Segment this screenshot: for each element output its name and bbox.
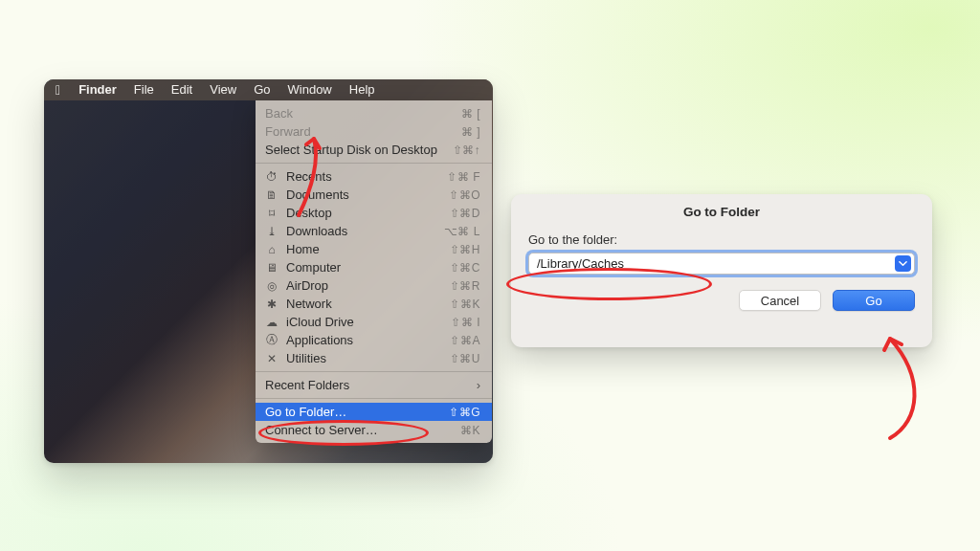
apple-menu-icon[interactable]:  — [56, 82, 60, 98]
macos-menubar:  Finder File Edit View Go Window Help — [44, 79, 493, 100]
icloud-icon: ☁ — [263, 316, 280, 329]
utilities-icon: ✕ — [263, 352, 280, 365]
dialog-title: Go to Folder — [511, 194, 932, 232]
go-menu-home[interactable]: ⌂ Home ⇧⌘H — [256, 240, 492, 258]
dropdown-arrow-button[interactable] — [895, 255, 911, 272]
airdrop-icon: ◎ — [263, 279, 280, 293]
go-button[interactable]: Go — [833, 290, 915, 311]
applications-icon: Ⓐ — [263, 332, 280, 348]
menubar-item-view[interactable]: View — [201, 79, 245, 100]
menubar-item-edit[interactable]: Edit — [163, 79, 201, 100]
folder-path-field-wrap — [528, 253, 915, 275]
go-menu-applications[interactable]: Ⓐ Applications ⇧⌘A — [256, 331, 492, 349]
menubar-item-file[interactable]: File — [125, 79, 163, 100]
go-menu-computer[interactable]: 🖥 Computer ⇧⌘C — [256, 258, 492, 276]
go-menu-airdrop[interactable]: ◎ AirDrop ⇧⌘R — [256, 276, 492, 295]
go-menu-utilities[interactable]: ✕ Utilities ⇧⌘U — [256, 349, 492, 367]
menu-separator — [256, 163, 492, 164]
go-menu-back: Back ⌘ [ — [256, 104, 492, 122]
go-menu-connect-to-server[interactable]: Connect to Server… ⌘K — [256, 421, 492, 439]
go-menu-desktop[interactable]: ⌑ Desktop ⇧⌘D — [256, 204, 492, 222]
chevron-down-icon — [899, 259, 907, 268]
desktop-icon: ⌑ — [263, 207, 280, 220]
go-menu-recent-folders[interactable]: Recent Folders › — [256, 376, 492, 394]
dialog-label-go-to-folder: Go to the folder: — [511, 232, 932, 253]
go-menu-recents[interactable]: ⏱ Recents ⇧⌘ F — [256, 167, 492, 186]
go-menu-documents[interactable]: 🗎 Documents ⇧⌘O — [256, 186, 492, 204]
document-icon: 🗎 — [263, 188, 280, 202]
menubar-app-name[interactable]: Finder — [70, 79, 125, 100]
go-to-folder-dialog: Go to Folder Go to the folder: Cancel Go — [511, 194, 932, 347]
go-menu-downloads[interactable]: ⤓ Downloads ⌥⌘ L — [256, 222, 492, 240]
menu-separator — [256, 398, 492, 399]
menubar-item-help[interactable]: Help — [341, 79, 384, 100]
go-menu-go-to-folder[interactable]: Go to Folder… ⇧⌘G — [256, 403, 492, 421]
folder-path-input[interactable] — [528, 253, 915, 275]
clock-icon: ⏱ — [263, 170, 280, 184]
go-menu-network[interactable]: ✱ Network ⇧⌘K — [256, 295, 492, 313]
downloads-icon: ⤓ — [263, 225, 280, 238]
go-menu-icloud-drive[interactable]: ☁ iCloud Drive ⇧⌘ I — [256, 313, 492, 331]
chevron-right-icon: › — [477, 378, 480, 392]
go-menu-forward: Forward ⌘ ] — [256, 122, 492, 141]
finder-window:  Finder File Edit View Go Window Help B… — [44, 79, 493, 463]
network-icon: ✱ — [263, 298, 280, 311]
home-icon: ⌂ — [263, 243, 280, 256]
menubar-item-go[interactable]: Go — [245, 79, 278, 100]
go-menu-startup-disk[interactable]: Select Startup Disk on Desktop ⇧⌘↑ — [256, 141, 492, 159]
cancel-button[interactable]: Cancel — [739, 290, 821, 311]
go-menu-dropdown: Back ⌘ [ Forward ⌘ ] Select Startup Disk… — [256, 100, 492, 443]
menubar-item-window[interactable]: Window — [279, 79, 341, 100]
computer-icon: 🖥 — [263, 261, 280, 275]
menu-separator — [256, 371, 492, 372]
